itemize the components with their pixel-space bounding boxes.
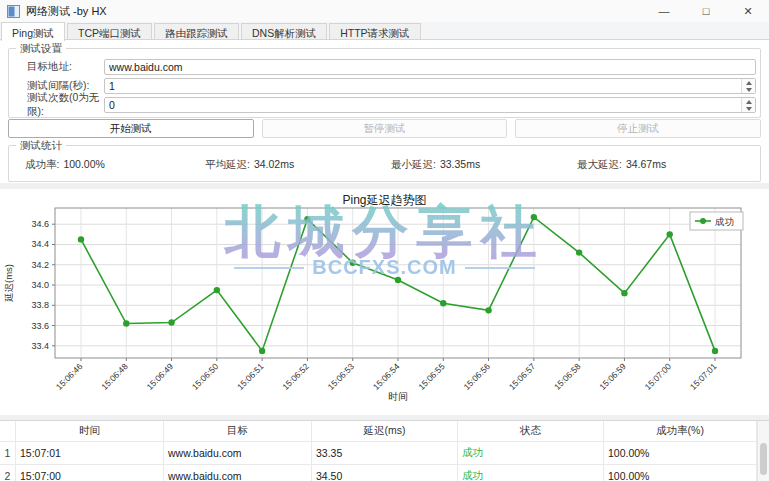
svg-text:34.2: 34.2 <box>31 260 49 270</box>
status-header: 状态 <box>458 421 604 442</box>
svg-text:15:06:50: 15:06:50 <box>190 361 221 392</box>
svg-text:34.4: 34.4 <box>31 239 49 249</box>
app-icon <box>7 5 20 18</box>
titlebar: 网络测试 -by HX — □ ✕ <box>0 0 769 22</box>
stop-test-button[interactable]: 停止测试 <box>515 119 761 138</box>
svg-text:33.4: 33.4 <box>31 341 49 351</box>
row-delay[interactable]: 34.50 <box>312 465 458 481</box>
svg-text:15:06:55: 15:06:55 <box>416 361 447 392</box>
count-label: 测试次数(0为无限): <box>12 91 104 119</box>
success-rate-stat: 成功率: 100.00% <box>25 158 205 172</box>
svg-text:15:06:59: 15:06:59 <box>597 361 628 392</box>
row-index: 1 <box>0 442 16 465</box>
target-address-label: 目标地址: <box>12 60 104 74</box>
svg-text:15:06:51: 15:06:51 <box>235 361 266 392</box>
row-target[interactable]: www.baidu.com <box>164 442 312 465</box>
status-cell[interactable]: 成功 <box>458 442 604 465</box>
count-spinner <box>741 98 755 112</box>
min-delay-stat: 最小延迟: 33.35ms <box>391 158 577 172</box>
spinner-down-icon[interactable] <box>742 86 755 93</box>
rate-header: 成功率(%) <box>604 421 757 442</box>
svg-text:15:06:48: 15:06:48 <box>99 361 130 392</box>
svg-text:15:06:53: 15:06:53 <box>326 361 357 392</box>
row-rate[interactable]: 100.00% <box>604 465 757 481</box>
start-test-button[interactable]: 开始测试 <box>8 119 254 138</box>
table-scrollbar[interactable] <box>757 421 769 481</box>
row-rate[interactable]: 100.00% <box>604 442 757 465</box>
results-table: 时间 目标 延迟(ms) 状态 成功率(%) 1 15:07:01 www.ba… <box>0 420 769 481</box>
svg-text:成功: 成功 <box>715 216 734 227</box>
spinner-up-icon[interactable] <box>742 79 755 86</box>
svg-text:时间: 时间 <box>388 391 408 402</box>
tab-dns[interactable]: DNS解析测试 <box>241 23 327 39</box>
window-title: 网络测试 -by HX <box>26 4 107 19</box>
avg-delay-label: 平均延迟: <box>205 158 250 172</box>
count-input[interactable] <box>104 97 756 113</box>
ping-trend-chart: Ping延迟趋势图 33.433.633.834.034.234.434.615… <box>0 189 769 415</box>
svg-text:15:06:56: 15:06:56 <box>462 361 493 392</box>
minimize-button[interactable]: — <box>643 0 685 22</box>
avg-delay-stat: 平均延迟: 34.02ms <box>205 158 391 172</box>
interval-wrap <box>104 78 756 94</box>
client-area: 测试设置 目标地址: 测试间隔(秒): 测试次数(0为无限): <box>0 40 769 481</box>
close-button[interactable]: ✕ <box>727 0 769 22</box>
status-cell[interactable]: 成功 <box>458 465 604 481</box>
svg-text:15:06:54: 15:06:54 <box>371 361 402 392</box>
row-target[interactable]: www.baidu.com <box>164 465 312 481</box>
line-chart-svg: 33.433.633.834.034.234.434.615:06:4615:0… <box>0 189 769 415</box>
max-delay-value: 34.67ms <box>626 158 666 172</box>
avg-delay-value: 34.02ms <box>254 158 294 172</box>
pause-test-button[interactable]: 暂停测试 <box>262 119 508 138</box>
results-grid: 时间 目标 延迟(ms) 状态 成功率(%) 1 15:07:01 www.ba… <box>0 421 757 481</box>
top-panel: 测试设置 目标地址: 测试间隔(秒): 测试次数(0为无限): <box>0 40 769 183</box>
tab-ping[interactable]: Ping测试 <box>1 22 65 41</box>
tab-tcp-port[interactable]: TCP端口测试 <box>67 23 152 39</box>
success-rate-value: 100.00% <box>63 158 104 172</box>
index-header <box>0 421 16 442</box>
max-delay-stat: 最大延迟: 34.67ms <box>577 158 760 172</box>
tab-http[interactable]: HTTP请求测试 <box>329 23 420 39</box>
svg-text:15:07:00: 15:07:00 <box>643 361 674 392</box>
svg-text:15:06:57: 15:06:57 <box>507 361 538 392</box>
table-scrollbar-thumb[interactable] <box>760 443 767 475</box>
statistics-row: 成功率: 100.00% 平均延迟: 34.02ms 最小延迟: 33.35ms… <box>9 146 760 172</box>
svg-text:15:06:52: 15:06:52 <box>280 361 311 392</box>
row-delay[interactable]: 33.35 <box>312 442 458 465</box>
row-time[interactable]: 15:07:01 <box>16 442 164 465</box>
tab-strip: Ping测试 TCP端口测试 路由跟踪测试 DNS解析测试 HTTP请求测试 <box>0 22 769 40</box>
svg-text:15:07:01: 15:07:01 <box>688 361 719 392</box>
min-delay-label: 最小延迟: <box>391 158 436 172</box>
spinner-up-icon[interactable] <box>742 98 755 105</box>
interval-input[interactable] <box>104 78 756 94</box>
svg-text:15:06:58: 15:06:58 <box>552 361 583 392</box>
target-address-wrap <box>104 59 756 75</box>
statistics-group-label: 测试统计 <box>16 139 66 153</box>
success-rate-label: 成功率: <box>25 158 59 172</box>
target-address-row: 目标地址: <box>12 59 757 75</box>
count-wrap <box>104 97 756 113</box>
max-delay-label: 最大延迟: <box>577 158 622 172</box>
interval-row: 测试间隔(秒): <box>12 78 757 94</box>
count-row: 测试次数(0为无限): <box>12 97 757 113</box>
time-header: 时间 <box>16 421 164 442</box>
settings-group: 测试设置 目标地址: 测试间隔(秒): 测试次数(0为无限): <box>8 48 761 118</box>
svg-text:15:06:46: 15:06:46 <box>54 361 85 392</box>
svg-text:15:06:49: 15:06:49 <box>145 361 176 392</box>
spinner-down-icon[interactable] <box>742 105 755 112</box>
interval-spinner <box>741 79 755 93</box>
svg-text:33.8: 33.8 <box>31 300 49 310</box>
svg-text:33.6: 33.6 <box>31 321 49 331</box>
delay-header: 延迟(ms) <box>312 421 458 442</box>
target-header: 目标 <box>164 421 312 442</box>
tab-traceroute[interactable]: 路由跟踪测试 <box>154 23 239 39</box>
target-address-input[interactable] <box>104 59 756 75</box>
row-index: 2 <box>0 465 16 481</box>
svg-text:34.0: 34.0 <box>31 280 49 290</box>
statistics-group: 测试统计 成功率: 100.00% 平均延迟: 34.02ms 最小延迟: 33… <box>8 145 761 182</box>
settings-group-label: 测试设置 <box>16 42 66 56</box>
maximize-button[interactable]: □ <box>685 0 727 22</box>
svg-text:34.6: 34.6 <box>31 219 49 229</box>
action-buttons: 开始测试 暂停测试 停止测试 <box>8 119 761 138</box>
row-time[interactable]: 15:07:00 <box>16 465 164 481</box>
svg-text:延迟(ms): 延迟(ms) <box>3 264 14 303</box>
